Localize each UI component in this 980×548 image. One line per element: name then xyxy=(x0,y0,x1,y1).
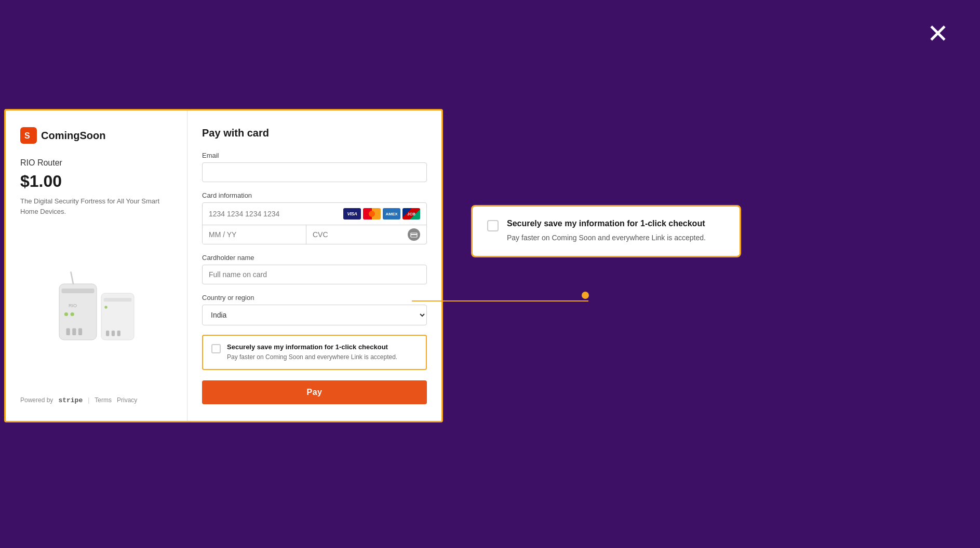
brand-name: ComingSoon xyxy=(41,130,105,142)
card-icons: VISA AMEX JCB xyxy=(343,208,420,220)
jcb-icon: JCB xyxy=(402,208,420,220)
svg-rect-6 xyxy=(78,328,82,336)
svg-line-3 xyxy=(71,272,73,284)
visa-icon: VISA xyxy=(343,208,361,220)
card-cvc-input[interactable] xyxy=(313,230,404,239)
footer-links: Powered by stripe | Terms Privacy xyxy=(20,386,172,404)
card-expiry-cvc-row xyxy=(203,225,426,244)
callout-desc: Pay faster on Coming Soon and everywhere… xyxy=(507,232,725,243)
product-side: S ComingSoon RIO Router $1.00 The Digita… xyxy=(6,111,187,421)
svg-rect-17 xyxy=(411,234,417,235)
card-number-input[interactable] xyxy=(209,210,339,218)
svg-rect-12 xyxy=(106,331,109,336)
powered-by-text: Powered by xyxy=(20,396,53,404)
callout-box: Securely save my information for 1-click… xyxy=(471,205,741,257)
product-price: $1.00 xyxy=(20,172,172,191)
card-number-row: VISA AMEX JCB xyxy=(203,203,426,225)
checkout-panel: S ComingSoon RIO Router $1.00 The Digita… xyxy=(4,109,443,422)
email-form-group: Email xyxy=(202,152,427,182)
brand-logo-icon: S xyxy=(20,127,37,144)
footer-divider: | xyxy=(88,396,89,404)
svg-rect-11 xyxy=(103,298,131,302)
save-info-title: Securely save my information for 1-click… xyxy=(227,343,418,351)
payment-title: Pay with card xyxy=(202,127,427,139)
card-info-wrapper: VISA AMEX JCB xyxy=(202,202,427,244)
svg-rect-13 xyxy=(111,331,114,336)
card-cvc-container xyxy=(306,225,426,244)
mastercard-icon xyxy=(363,208,381,220)
svg-point-9 xyxy=(70,312,74,316)
svg-rect-2 xyxy=(61,289,94,293)
svg-point-8 xyxy=(64,312,68,316)
router-illustration: RIO xyxy=(50,261,143,354)
amex-icon: AMEX xyxy=(383,208,400,220)
connector-line xyxy=(412,301,599,322)
brand-logo: S ComingSoon xyxy=(20,127,172,144)
product-name: RIO Router xyxy=(20,158,172,168)
svg-text:RIO: RIO xyxy=(69,303,77,308)
save-info-box: Securely save my information for 1-click… xyxy=(202,335,427,370)
cvc-icon xyxy=(408,228,420,241)
save-info-checkbox[interactable] xyxy=(211,344,221,353)
card-expiry-input[interactable] xyxy=(203,225,306,244)
callout-title: Securely save my information for 1-click… xyxy=(507,219,725,228)
cardholder-label: Cardholder name xyxy=(202,254,427,262)
email-label: Email xyxy=(202,152,427,159)
svg-rect-5 xyxy=(72,328,76,336)
country-select[interactable]: India xyxy=(202,305,427,325)
country-form-group: Country or region India xyxy=(202,294,427,325)
product-image: RIO xyxy=(20,250,172,364)
privacy-link[interactable]: Privacy xyxy=(117,396,137,404)
stripe-logo: stripe xyxy=(58,396,83,404)
pay-button[interactable]: Pay xyxy=(202,380,427,404)
email-input[interactable] xyxy=(202,162,427,182)
svg-text:S: S xyxy=(24,131,30,140)
close-button[interactable]: ✕ xyxy=(927,21,949,47)
card-info-label: Card information xyxy=(202,191,427,199)
svg-rect-4 xyxy=(66,328,70,336)
cardholder-name-input[interactable] xyxy=(202,265,427,284)
logo-svg: S xyxy=(23,130,34,141)
callout-checkbox[interactable] xyxy=(487,220,499,231)
payment-side: Pay with card Email Card information VIS… xyxy=(187,111,441,421)
save-info-text: Securely save my information for 1-click… xyxy=(227,343,418,362)
cardholder-form-group: Cardholder name xyxy=(202,254,427,284)
callout-text: Securely save my information for 1-click… xyxy=(507,219,725,243)
svg-point-15 xyxy=(104,306,107,309)
card-info-form-group: Card information VISA AMEX JCB xyxy=(202,191,427,244)
connector-dot xyxy=(582,292,589,299)
product-description: The Digital Security Fortress for All Yo… xyxy=(20,196,172,216)
svg-rect-14 xyxy=(117,331,120,336)
save-info-desc: Pay faster on Coming Soon and everywhere… xyxy=(227,353,418,362)
terms-link[interactable]: Terms xyxy=(95,396,112,404)
country-label: Country or region xyxy=(202,294,427,302)
